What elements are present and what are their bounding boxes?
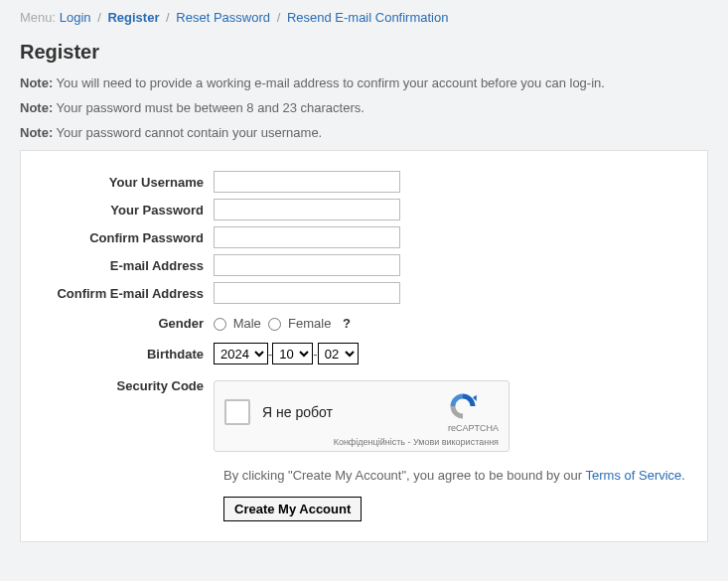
recaptcha-logo-icon: [448, 391, 499, 421]
recaptcha-brand: reCAPTCHA: [448, 423, 499, 433]
username-input[interactable]: [214, 171, 400, 193]
recaptcha-widget: Я не робот reCAPTCHA: [214, 380, 510, 452]
gender-male-label: Male: [233, 316, 261, 331]
gender-female-radio[interactable]: [268, 318, 281, 331]
note-line: Note: Your password cannot contain your …: [20, 125, 708, 140]
menu-sep: /: [97, 10, 101, 25]
birth-year-select[interactable]: 2024: [214, 343, 268, 364]
recaptcha-label: Я не робот: [262, 404, 333, 420]
notes-section: Note: You will need to provide a working…: [0, 75, 728, 140]
password-input[interactable]: [214, 199, 400, 220]
username-label: Your Username: [37, 175, 214, 190]
gender-label: Gender: [37, 316, 214, 331]
birthdate-label: Birthdate: [37, 347, 214, 362]
menu-link-reset-password[interactable]: Reset Password: [176, 10, 270, 25]
confirm-password-label: Confirm Password: [37, 230, 214, 245]
page-title: Register: [20, 41, 708, 64]
recaptcha-footer: Конфіденційність - Умови використання: [224, 437, 499, 447]
menu-sep: /: [166, 10, 170, 25]
gender-male-radio[interactable]: [214, 318, 226, 331]
gender-female-label: Female: [288, 316, 331, 331]
birth-day-select[interactable]: 02: [318, 343, 359, 364]
create-account-button[interactable]: Create My Account: [223, 497, 362, 521]
menu-bar: Menu: Login / Register / Reset Password …: [0, 0, 728, 33]
menu-link-register[interactable]: Register: [107, 10, 159, 25]
birth-month-select[interactable]: 10: [272, 343, 313, 364]
confirm-email-input[interactable]: [214, 282, 400, 304]
menu-sep: /: [277, 10, 281, 25]
menu-link-login[interactable]: Login: [60, 10, 91, 25]
confirm-password-input[interactable]: [214, 226, 400, 248]
register-form: Your Username Your Password Confirm Pass…: [20, 150, 708, 542]
tos-text: By clicking "Create My Account", you agr…: [223, 468, 691, 483]
security-code-label: Security Code: [37, 376, 214, 393]
note-line: Note: Your password must be between 8 an…: [20, 100, 708, 115]
confirm-email-label: Confirm E-mail Address: [37, 286, 214, 301]
password-label: Your Password: [37, 203, 214, 218]
tos-link[interactable]: Terms of Service: [586, 468, 682, 483]
menu-link-resend-confirmation[interactable]: Resend E-mail Confirmation: [287, 10, 449, 25]
gender-help-icon[interactable]: ?: [343, 316, 351, 331]
recaptcha-checkbox[interactable]: [224, 399, 250, 425]
note-line: Note: You will need to provide a working…: [20, 75, 708, 90]
email-label: E-mail Address: [37, 258, 214, 273]
email-input[interactable]: [214, 254, 400, 276]
menu-label: Menu:: [20, 10, 56, 25]
